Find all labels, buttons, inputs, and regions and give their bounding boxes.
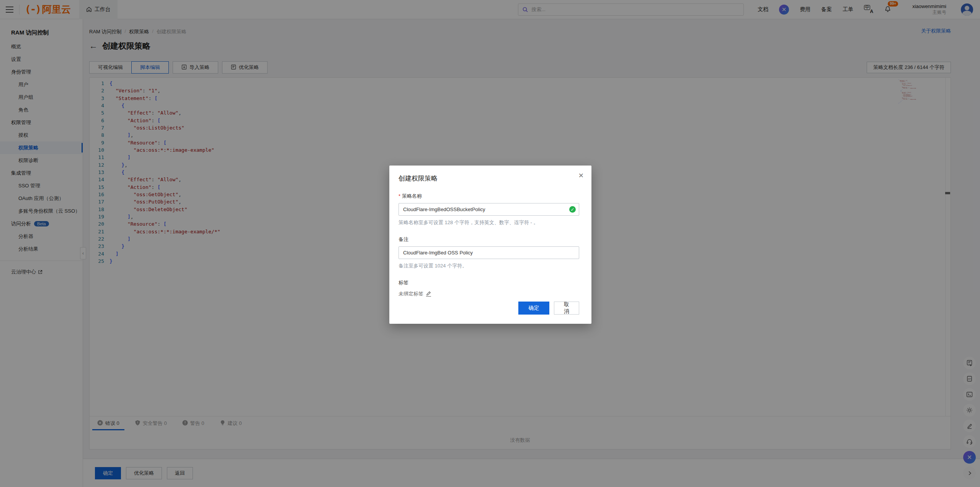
valid-check-icon: ✓ <box>569 206 576 213</box>
modal-cancel-button[interactable]: 取消 <box>554 302 579 315</box>
policy-name-input[interactable] <box>399 203 579 216</box>
modal-ok-button[interactable]: 确定 <box>518 302 549 315</box>
note-label: 备注 <box>399 236 579 243</box>
modal-title: 创建权限策略 <box>399 174 579 183</box>
policy-name-label: *策略名称 <box>399 193 579 200</box>
tag-value: 未绑定标签 <box>399 290 423 297</box>
app-root: (-) 阿里云 工作台 文档 ✕ 费用备案工单 中A 99+ x <box>0 0 980 487</box>
close-icon[interactable]: ✕ <box>578 172 584 179</box>
policy-name-help: 策略名称至多可设置 128 个字符，支持英文、数字、连字符 - 。 <box>399 219 579 226</box>
note-help: 备注至多可设置 1024 个字符。 <box>399 262 579 269</box>
note-input[interactable] <box>399 246 579 259</box>
create-policy-modal: 创建权限策略 ✕ *策略名称 ✓ 策略名称至多可设置 128 个字符，支持英文、… <box>389 166 591 324</box>
edit-tags-icon[interactable] <box>426 291 431 297</box>
tag-label: 标签 <box>399 279 579 286</box>
